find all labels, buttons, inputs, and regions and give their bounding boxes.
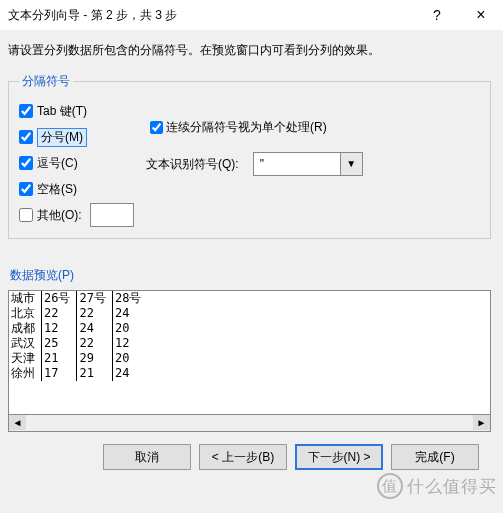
delimiter-semicolon-checkbox[interactable]	[19, 130, 33, 144]
title-bar: 文本分列向导 - 第 2 步，共 3 步 ? ×	[0, 0, 503, 30]
preview-cell: 17	[42, 366, 77, 381]
text-qualifier-label: 文本识别符号(Q):	[146, 156, 239, 173]
preview-cell: 北京	[9, 306, 42, 321]
delimiter-tab-checkbox[interactable]	[19, 104, 33, 118]
watermark-icon: 值	[377, 473, 403, 499]
delimiters-legend: 分隔符号	[19, 73, 73, 90]
preview-table: 城市26号27号28号北京222224成都122420武汉252212天津212…	[9, 291, 441, 381]
preview-cell: 24	[77, 321, 112, 336]
dialog-content: 请设置分列数据所包含的分隔符号。在预览窗口内可看到分列的效果。 分隔符号 Tab…	[0, 30, 503, 470]
finish-button[interactable]: 完成(F)	[391, 444, 479, 470]
help-button[interactable]: ?	[415, 0, 459, 30]
preview-cell: 28号	[112, 291, 441, 306]
watermark: 值 什么值得买	[377, 473, 497, 499]
delimiter-space-checkbox[interactable]	[19, 182, 33, 196]
button-bar: 取消 < 上一步(B) 下一步(N) > 完成(F)	[8, 432, 491, 470]
delimiter-comma-label[interactable]: 逗号(C)	[37, 155, 78, 172]
next-button[interactable]: 下一步(N) >	[295, 444, 383, 470]
preview-cell: 天津	[9, 351, 42, 366]
dialog-title: 文本分列向导 - 第 2 步，共 3 步	[8, 7, 415, 24]
text-qualifier-value: "	[254, 153, 340, 175]
preview-cell: 27号	[77, 291, 112, 306]
preview-cell: 20	[112, 321, 441, 336]
scroll-left-icon[interactable]: ◄	[9, 415, 26, 430]
preview-cell: 12	[112, 336, 441, 351]
delimiter-tab-label[interactable]: Tab 键(T)	[37, 103, 87, 120]
preview-label: 数据预览(P)	[10, 267, 491, 284]
scroll-right-icon[interactable]: ►	[473, 415, 490, 430]
preview-cell: 徐州	[9, 366, 42, 381]
preview-cell: 城市	[9, 291, 42, 306]
preview-cell: 24	[112, 366, 441, 381]
instruction-text: 请设置分列数据所包含的分隔符号。在预览窗口内可看到分列的效果。	[8, 42, 491, 59]
preview-cell: 武汉	[9, 336, 42, 351]
cancel-button[interactable]: 取消	[103, 444, 191, 470]
consecutive-delimiter-checkbox[interactable]	[150, 121, 163, 134]
delimiter-comma-checkbox[interactable]	[19, 156, 33, 170]
delimiter-other-label[interactable]: 其他(O):	[37, 207, 82, 224]
preview-cell: 21	[42, 351, 77, 366]
text-qualifier-dropdown[interactable]: " ▼	[253, 152, 363, 176]
preview-cell: 22	[77, 306, 112, 321]
delimiters-group: 分隔符号 Tab 键(T) 分号(M) 逗号(C) 空格(S)	[8, 73, 491, 239]
preview-cell: 22	[77, 336, 112, 351]
preview-cell: 20	[112, 351, 441, 366]
chevron-down-icon: ▼	[340, 153, 362, 175]
back-button[interactable]: < 上一步(B)	[199, 444, 287, 470]
delimiter-semicolon-label[interactable]: 分号(M)	[37, 128, 87, 147]
watermark-text: 什么值得买	[407, 475, 497, 498]
consecutive-delimiter-label[interactable]: 连续分隔符号视为单个处理(R)	[166, 119, 327, 136]
preview-cell: 24	[112, 306, 441, 321]
delimiter-other-checkbox[interactable]	[19, 208, 33, 222]
preview-cell: 12	[42, 321, 77, 336]
delimiter-other-input[interactable]	[90, 203, 134, 227]
preview-box: 城市26号27号28号北京222224成都122420武汉252212天津212…	[8, 290, 491, 415]
preview-cell: 21	[77, 366, 112, 381]
preview-cell: 成都	[9, 321, 42, 336]
close-button[interactable]: ×	[459, 0, 503, 30]
preview-cell: 26号	[42, 291, 77, 306]
horizontal-scrollbar[interactable]: ◄ ►	[8, 415, 491, 432]
delimiter-space-label[interactable]: 空格(S)	[37, 181, 77, 198]
preview-cell: 25	[42, 336, 77, 351]
preview-cell: 22	[42, 306, 77, 321]
preview-cell: 29	[77, 351, 112, 366]
